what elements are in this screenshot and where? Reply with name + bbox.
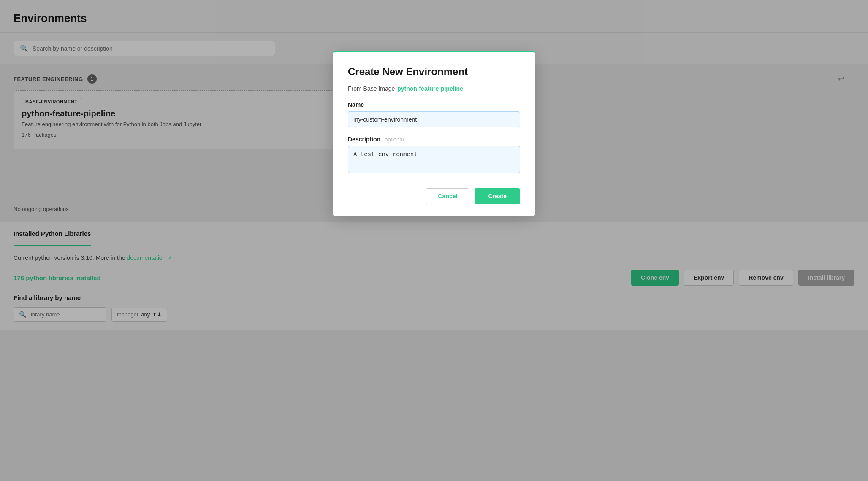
modal-body: Create New Environment From Base Image p… xyxy=(333,52,535,216)
modal-from-base: From Base Image python-feature-pipeline xyxy=(348,85,520,92)
modal-title: Create New Environment xyxy=(348,66,520,78)
description-field-label: Description optional xyxy=(348,136,520,143)
modal-actions: Cancel Create xyxy=(348,186,520,204)
create-environment-modal: Create New Environment From Base Image p… xyxy=(333,51,535,216)
name-field-label: Name xyxy=(348,101,520,108)
environment-name-input[interactable] xyxy=(348,111,520,127)
from-base-label: From Base Image xyxy=(348,85,395,92)
from-base-value: python-feature-pipeline xyxy=(397,85,463,92)
environment-description-input[interactable]: A test environment xyxy=(348,146,520,173)
cancel-button[interactable]: Cancel xyxy=(426,188,469,204)
modal-overlay: Create New Environment From Base Image p… xyxy=(0,0,868,481)
description-optional: optional xyxy=(385,136,404,143)
create-button[interactable]: Create xyxy=(475,188,520,204)
